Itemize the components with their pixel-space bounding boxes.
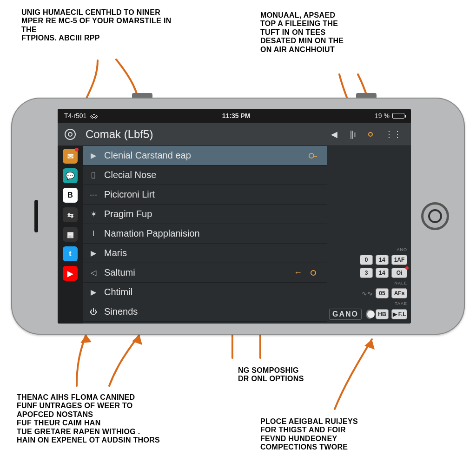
gear-icon[interactable] [65,129,76,140]
list-item-label: Sinends [104,306,327,317]
list-item-label: Saltumi [104,267,287,278]
ctl-label: NALE [394,281,407,285]
toggle-switch[interactable] [366,310,373,319]
wifi-icon [90,113,98,119]
control-row: 3 14 Oi [329,268,407,278]
loop-icon[interactable] [309,153,314,159]
list-item[interactable]: ▶ Maris [83,244,327,263]
carrier-label: T4·r501 [64,112,86,119]
waveform-icon: ∿∿ [362,290,373,297]
ctl-label: TAAE [395,301,407,306]
home-button[interactable] [421,202,449,230]
list-item[interactable]: ⏻ Sinends [83,302,327,322]
svg-marker-7 [132,335,142,345]
callout-top-right: MONUAAL, APSAED TOP A FILEEING THE TUFT … [260,11,344,54]
list-item-label: Clecial Nose [104,170,327,180]
list-item[interactable]: ◁ Saltumi ← [83,263,327,283]
control-row: ∿∿ 05 AFs [329,288,407,298]
list-item-label: Pragim Fup [104,209,327,219]
power-icon: ⏻ [89,308,98,316]
star-icon: ✶ [89,210,98,218]
sidebar-youtube-icon[interactable]: ▶ [63,266,78,281]
prev-icon: ◁ [89,268,98,277]
gano-label: GANO [329,309,362,320]
callout-mid: NG SOMPOSHIG DR ONL OPTIONS [238,366,304,383]
sidebar-grid-icon[interactable]: ▦ [63,227,78,242]
battery-icon [392,113,404,119]
list-item-label: Chtimil [104,287,327,298]
callout-bottom-right: PLOCE AEIGBAL RUIJEYS FOR THIGST AND FOI… [260,417,358,452]
dash-icon: --- [89,191,98,199]
sidebar-share-icon[interactable]: ⇆ [63,207,78,222]
tablet-device-frame: T4·r501 11:35 PM 19 % Comak (Lbf5) ◀ ∥ı … [11,98,465,335]
ctl-label: ANO [397,247,407,252]
play-icon: ▶ [89,288,98,297]
control-row: 0 14 1AF [329,255,407,265]
list-item-label: Maris [104,248,327,258]
battery-pct-label: 19 % [375,112,390,119]
page-title: Comak (Lbf5) [83,128,331,141]
device-screen: T4·r501 11:35 PM 19 % Comak (Lbf5) ◀ ∥ı … [58,109,411,324]
list-item[interactable]: I Namation Papplanision [83,224,327,244]
play-icon: ▶ [89,151,98,160]
list-item[interactable]: ▶ Clenial Carstand eap [83,146,327,165]
list-item[interactable]: ✶ Pragim Fup [83,205,327,224]
volume-button-nub [132,93,152,98]
list-item-label: Namation Papplanision [104,228,327,239]
clock-label: 11:35 PM [98,112,375,119]
status-bar: T4·r501 11:35 PM 19 % [58,109,411,123]
sidebar-twitter-icon[interactable]: t [63,246,78,261]
chip-button[interactable]: 14 [376,255,389,265]
sidebar-b-icon[interactable]: B [63,188,78,203]
chip-button[interactable]: AFs [391,288,407,298]
chip-button[interactable]: ▶ F.L [391,309,407,319]
info-icon: I [89,230,98,238]
doc-icon: ⌷ [89,171,98,179]
right-control-panel: ANO 0 14 1AF 3 14 Oi NALE [327,146,411,324]
sidebar-inbox-icon[interactable]: ✉ [63,149,78,164]
equalizer-icon[interactable]: ∥ı [350,129,356,139]
list-item-label: Picicroni Lirt [104,189,327,200]
callout-top-left: UNIG HUMAECIL CENTHLD TO NINER MPER RE M… [21,8,172,43]
more-menu-icon[interactable]: ⋮⋮ [385,129,402,139]
chip-button[interactable]: Oi [391,268,407,278]
app-sidebar: ✉ 💬 B ⇆ ▦ t ▶ [58,146,83,324]
sidebar-chat-icon[interactable]: 💬 [63,168,78,183]
chip-button[interactable]: 1AF [391,255,407,265]
play-icon: ▶ [89,249,98,258]
chip-button[interactable]: 14 [376,268,389,278]
prev-track-icon[interactable]: ◀ [331,129,337,139]
svg-marker-6 [80,335,92,343]
list-item-label: Clenial Carstand eap [104,150,302,161]
chip-button[interactable]: 3 [360,268,373,278]
list-item[interactable]: ⌷ Clecial Nose [83,165,327,185]
arrow-in-icon: ← [294,268,302,278]
record-icon[interactable] [368,132,373,137]
power-button-nub [356,93,377,98]
list-item[interactable]: --- Picicroni Lirt [83,185,327,205]
callout-bottom-left: THENAC AIHS FLOMA CANINED FUNF UNTRAGES … [17,393,160,444]
control-row: GANO HB ▶ F.L [329,309,407,320]
chip-button[interactable]: HB [376,309,389,319]
app-header: Comak (Lbf5) ◀ ∥ı ⋮⋮ [58,123,411,146]
chip-button[interactable]: 05 [376,288,389,298]
marker-dot-icon [311,270,316,276]
chip-button[interactable]: 0 [360,255,373,265]
svg-marker-8 [364,339,375,350]
list-item[interactable]: ▶ Chtimil [83,283,327,302]
track-list: ▶ Clenial Carstand eap ⌷ Clecial Nose --… [83,146,327,324]
